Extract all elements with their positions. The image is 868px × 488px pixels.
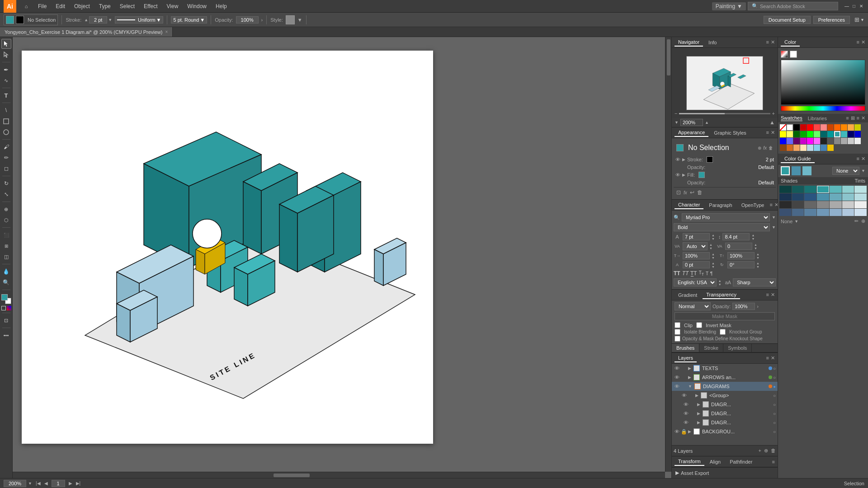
menu-type[interactable]: Type — [95, 2, 114, 10]
character-tab[interactable]: Character — [675, 201, 703, 209]
line-tool[interactable]: \ — [1, 105, 11, 115]
shade2-1[interactable] — [779, 193, 792, 201]
type-tool[interactable]: T — [1, 90, 11, 100]
asset-export-bar[interactable]: ▶ Asset Export — [672, 467, 778, 478]
swatch-m3[interactable] — [793, 145, 800, 151]
tt-icon-4[interactable]: TT — [699, 270, 704, 277]
navigator-tab[interactable]: Navigator — [675, 38, 703, 47]
swatch-o4[interactable] — [848, 124, 854, 131]
paintbrush-tool[interactable]: 🖌 — [1, 142, 11, 152]
tint2-3[interactable] — [854, 193, 867, 201]
gradient-close-icon[interactable]: ✕ — [771, 292, 775, 298]
invert-checkbox[interactable] — [696, 322, 702, 328]
more-tools[interactable]: ••• — [1, 330, 11, 340]
font-style-dropdown-icon[interactable]: ▼ — [772, 225, 776, 230]
ellipse-tool[interactable] — [1, 127, 11, 137]
page-nav-prev[interactable]: |◀ — [36, 481, 41, 486]
layer-diagrams[interactable]: 👁 ▼ DIAGRAMS ● — [672, 382, 778, 391]
swatch-g3[interactable] — [807, 131, 813, 137]
bg-visibility-icon[interactable]: 👁 — [674, 428, 680, 435]
arrows-visibility-btn[interactable]: ○ — [773, 375, 776, 380]
bg-visibility-btn[interactable]: ○ — [773, 429, 776, 434]
layer-diagr2[interactable]: 👁 ▶ DIAGR... ○ — [672, 409, 778, 418]
shade-3[interactable] — [804, 186, 816, 193]
scale-tool[interactable]: ⤡ — [1, 189, 11, 199]
make-mask-button[interactable]: Make Mask — [675, 312, 775, 320]
diagr1-visibility-icon[interactable]: 👁 — [683, 401, 689, 408]
tracking-down[interactable]: ▼ — [709, 247, 712, 250]
baseline-up[interactable]: ▲ — [712, 262, 715, 265]
swatch-p2[interactable] — [800, 138, 807, 144]
pathfinder-tab[interactable]: Pathfinder — [726, 458, 756, 465]
swatch-t2[interactable] — [827, 131, 834, 137]
opacity-input[interactable] — [236, 16, 259, 23]
swatch-gr6[interactable] — [854, 138, 861, 144]
tint3-3[interactable] — [854, 201, 867, 208]
tint2-1[interactable] — [830, 193, 842, 201]
swatch-gr4[interactable] — [841, 138, 847, 144]
stroke-expand-icon[interactable]: ▶ — [682, 157, 685, 162]
diagr2-visibility-btn[interactable]: ○ — [773, 411, 776, 416]
symbols-tab[interactable]: Symbols — [723, 344, 752, 352]
workspace-selector[interactable]: Painting ▼ — [712, 2, 746, 10]
curvature-tool[interactable]: ∿ — [1, 75, 11, 85]
artboard-tool[interactable]: ⊡ — [1, 315, 11, 325]
shade4-2[interactable] — [792, 209, 804, 216]
zoom-increase-btn[interactable]: ▲ — [769, 119, 775, 126]
swatches-close-icon[interactable]: ✕ — [861, 115, 865, 121]
kerning-up[interactable]: ▲ — [754, 243, 757, 246]
paragraph-tab[interactable]: Paragraph — [705, 202, 736, 209]
swatch-m7[interactable] — [821, 145, 827, 151]
shade3-2[interactable] — [792, 201, 804, 208]
app-bottom-icon-1[interactable]: ⊡ — [676, 189, 681, 196]
group-visibility-icon[interactable]: 👁 — [681, 392, 687, 399]
page-nav-prev2[interactable]: ◀ — [44, 481, 48, 486]
font-size-up[interactable]: ▲ — [712, 234, 715, 237]
swatch-m1[interactable] — [780, 145, 786, 151]
swatch-g1[interactable] — [793, 131, 800, 137]
arrange-icon[interactable]: ⊞ — [854, 16, 859, 23]
swatch-white[interactable] — [787, 124, 793, 131]
tint4-1[interactable] — [830, 209, 842, 216]
transparency-opacity-input[interactable] — [732, 303, 755, 310]
hscale-down[interactable]: ▼ — [712, 256, 715, 259]
vertical-scroll-thumb[interactable] — [667, 39, 670, 75]
fill-expand-icon[interactable]: ▶ — [682, 173, 685, 177]
swatch-t4[interactable] — [841, 131, 847, 137]
knockout-checkbox[interactable] — [720, 329, 726, 335]
appearance-close-icon[interactable]: ✕ — [771, 130, 775, 136]
diagr1-expand-arrow[interactable]: ▶ — [697, 402, 700, 407]
transparency-expand-icon[interactable]: › — [757, 304, 759, 309]
rotate-input[interactable] — [727, 261, 755, 268]
stroke-value-input[interactable] — [89, 16, 107, 23]
swatches-grid-view-icon[interactable]: ⊞ — [851, 115, 855, 121]
swatch-gr3[interactable] — [834, 138, 840, 144]
hscale-up[interactable]: ▲ — [712, 253, 715, 256]
live-paint-tool[interactable]: ⬡ — [1, 215, 11, 225]
baseline-down[interactable]: ▼ — [712, 265, 715, 268]
mesh-tool[interactable]: ⊞ — [1, 241, 11, 251]
zoom-dropdown-icon[interactable]: ▼ — [28, 481, 32, 486]
color-guide-close-icon[interactable]: ✕ — [861, 156, 865, 162]
stroke-tab[interactable]: Stroke — [699, 344, 723, 352]
language-dropdown[interactable]: English: USA — [674, 278, 717, 286]
leading-down[interactable]: ▼ — [751, 237, 755, 240]
pencil-tool[interactable]: ✏ — [1, 153, 11, 163]
tracking-up[interactable]: ▲ — [709, 243, 712, 246]
gradient-fill-icon[interactable] — [7, 306, 11, 310]
diagr2-expand-arrow[interactable]: ▶ — [697, 411, 700, 416]
zoom-down-arrow[interactable]: ▼ — [675, 120, 679, 125]
shade4-1[interactable] — [779, 209, 792, 216]
menu-file[interactable]: File — [34, 2, 50, 10]
file-tab-close[interactable]: × — [165, 29, 168, 34]
delete-layer-icon[interactable]: 🗑 — [771, 448, 776, 454]
swatch-black[interactable] — [793, 124, 800, 131]
swatch-t1[interactable] — [821, 131, 827, 137]
document-setup-button[interactable]: Document Setup — [764, 16, 811, 24]
kerning-down[interactable]: ▼ — [754, 247, 757, 250]
menu-effect[interactable]: Effect — [140, 2, 161, 10]
cg-color3[interactable] — [802, 166, 811, 175]
fill-stroke-indicator[interactable] — [1, 294, 11, 304]
swatch-b3[interactable] — [780, 138, 786, 144]
shade4-center[interactable] — [817, 209, 829, 216]
